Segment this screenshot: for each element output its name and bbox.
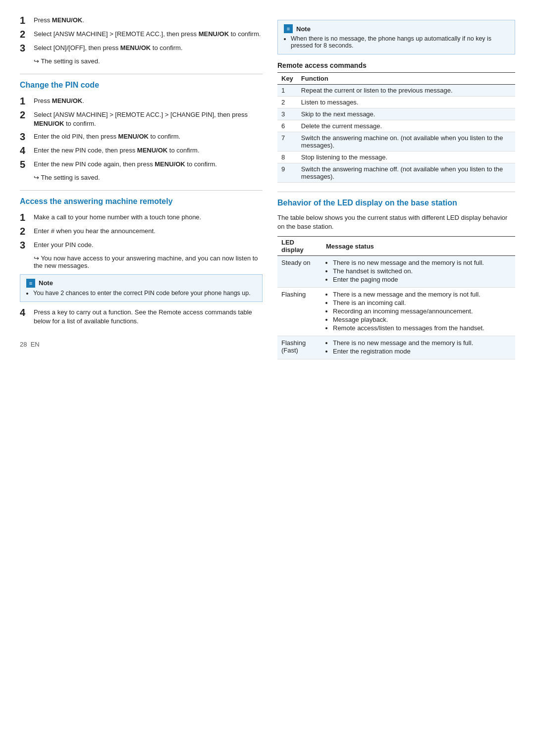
arrow-note: The setting is saved. — [34, 174, 263, 181]
step-number: 4 — [20, 145, 34, 156]
step-text: Enter the old PIN, then press MENU/OK to… — [34, 131, 263, 141]
change-pin-title: Change the PIN code — [20, 80, 263, 91]
step-item: 2 Select [ANSW MACHINE] > [REMOTE ACC.],… — [20, 29, 263, 40]
note-list: When there is no message, the phone hang… — [284, 35, 509, 49]
step-text: Press MENU/OK. — [34, 15, 263, 25]
col-key: Key — [277, 73, 297, 85]
bullet-item: There is no new message and the memory i… — [333, 259, 511, 266]
step-number: 1 — [20, 15, 34, 26]
key-cell: 3 — [277, 108, 297, 120]
step-number: 1 — [20, 96, 34, 106]
led-title: Behavior of the LED display on the base … — [277, 198, 515, 208]
step-number: 1 — [20, 212, 34, 223]
step-item: 3 Enter the old PIN, then press MENU/OK … — [20, 131, 263, 142]
step-number: 3 — [20, 240, 34, 251]
step-number: 3 — [20, 131, 34, 142]
step-text: Press a key to carry out a function. See… — [34, 307, 263, 326]
function-cell: Skip to the next message. — [297, 108, 515, 120]
msg-status-cell: There is no new message and the memory i… — [322, 256, 515, 288]
led-table: LEDdisplay Message status Steady onThere… — [277, 236, 515, 359]
note-title: Note — [39, 279, 53, 287]
access-remotely-steps: 1 Make a call to your home number with a… — [20, 212, 263, 251]
page-number: 28 — [20, 341, 27, 348]
note-header: Note — [26, 279, 256, 288]
function-cell: Switch the answering machine on. (not av… — [297, 132, 515, 151]
function-cell: Stop listening to the message. — [297, 151, 515, 163]
step-text: Press MENU/OK. — [34, 96, 263, 105]
table-row: 3Skip to the next message. — [277, 108, 515, 120]
left-column: 1 Press MENU/OK. 2 Select [ANSW MACHINE]… — [20, 15, 263, 359]
divider — [277, 192, 515, 192]
step-text: Make a call to your home number with a t… — [34, 212, 263, 222]
note-icon — [26, 279, 35, 288]
step-number: 5 — [20, 159, 34, 170]
bullet-item: There is an incoming call. — [333, 299, 511, 306]
led-cell: Flashing — [277, 288, 322, 336]
step-text: Select [ANSW MACHINE] > [REMOTE ACC.], t… — [34, 29, 263, 39]
step-item: 3 Enter your PIN code. — [20, 240, 263, 251]
note-item: You have 2 chances to enter the correct … — [33, 290, 256, 297]
key-cell: 8 — [277, 151, 297, 163]
key-cell: 7 — [277, 132, 297, 151]
divider — [20, 74, 263, 74]
bullet-item: Remote access/listen to messages from th… — [333, 324, 511, 332]
function-cell: Repeat the current or listen to the prev… — [297, 85, 515, 97]
top-steps-list: 1 Press MENU/OK. 2 Select [ANSW MACHINE]… — [20, 15, 263, 53]
table-row: 7Switch the answering machine on. (not a… — [277, 132, 515, 151]
page-lang: EN — [31, 341, 40, 348]
bullet-item: There is no new message and the memory i… — [333, 339, 511, 347]
step-text: Enter the new PIN code again, then press… — [34, 159, 263, 169]
table-row: Flashing (Fast)There is no new message a… — [277, 336, 515, 359]
table-row: FlashingThere is a new message and the m… — [277, 288, 515, 336]
step-text: Enter your PIN code. — [34, 240, 263, 250]
step-number: 4 — [20, 307, 34, 318]
function-cell: Delete the current message. — [297, 120, 515, 132]
step-number: 3 — [20, 43, 34, 53]
col-led: LEDdisplay — [277, 237, 322, 256]
step-item: 4 Enter the new PIN code, then press MEN… — [20, 145, 263, 156]
divider — [20, 190, 263, 191]
bullet-item: The handset is switched on. — [333, 267, 511, 275]
right-column: Note When there is no message, the phone… — [277, 15, 515, 359]
step4-list: 4 Press a key to carry out a function. S… — [20, 307, 263, 326]
note-header: Note — [284, 24, 509, 33]
bullet-item: Message playback. — [333, 316, 511, 323]
step-item: 1 Press MENU/OK. — [20, 96, 263, 106]
col-message-status: Message status — [322, 237, 515, 256]
remote-commands-table: Key Function 1Repeat the current or list… — [277, 72, 515, 183]
key-cell: 1 — [277, 85, 297, 97]
step-item: 2 Select [ANSW MACHINE] > [REMOTE ACC.] … — [20, 109, 263, 128]
key-cell: 6 — [277, 120, 297, 132]
bullet-item: There is a new message and the memory is… — [333, 291, 511, 298]
step-item: 3 Select [ON]/[OFF], then press MENU/OK … — [20, 43, 263, 53]
step-item: 1 Press MENU/OK. — [20, 15, 263, 26]
function-cell: Switch the answering machine off. (not a… — [297, 163, 515, 183]
note-icon — [284, 24, 293, 33]
change-pin-steps: 1 Press MENU/OK. 2 Select [ANSW MACHINE]… — [20, 96, 263, 170]
table-row: Steady onThere is no new message and the… — [277, 256, 515, 288]
bullet-item: Enter the paging mode — [333, 276, 511, 283]
step-item: 5 Enter the new PIN code again, then pre… — [20, 159, 263, 170]
arrow-note: The setting is saved. — [34, 57, 263, 65]
col-function: Function — [297, 73, 515, 85]
msg-status-cell: There is no new message and the memory i… — [322, 336, 515, 359]
led-cell: Flashing (Fast) — [277, 336, 322, 359]
step-text: Select [ON]/[OFF], then press MENU/OK to… — [34, 43, 263, 52]
note-list: You have 2 chances to enter the correct … — [26, 290, 256, 297]
step-number: 2 — [20, 29, 34, 40]
led-cell: Steady on — [277, 256, 322, 288]
key-cell: 9 — [277, 163, 297, 183]
function-cell: Listen to messages. — [297, 97, 515, 108]
access-remotely-title: Access the answering machine remotely — [20, 197, 263, 207]
note-title: Note — [296, 25, 311, 33]
led-intro: The table below shows you the current st… — [277, 213, 515, 231]
table-row: 2Listen to messages. — [277, 97, 515, 108]
step-item: 1 Make a call to your home number with a… — [20, 212, 263, 223]
note-box-top: Note When there is no message, the phone… — [277, 20, 515, 54]
step-number: 2 — [20, 226, 34, 237]
note-box: Note You have 2 chances to enter the cor… — [20, 274, 263, 302]
bullet-item: Recording an incoming message/announceme… — [333, 307, 511, 315]
note-item: When there is no message, the phone hang… — [291, 35, 509, 49]
bullet-item: Enter the registration mode — [333, 348, 511, 355]
page-footer: 28 EN — [20, 341, 263, 348]
